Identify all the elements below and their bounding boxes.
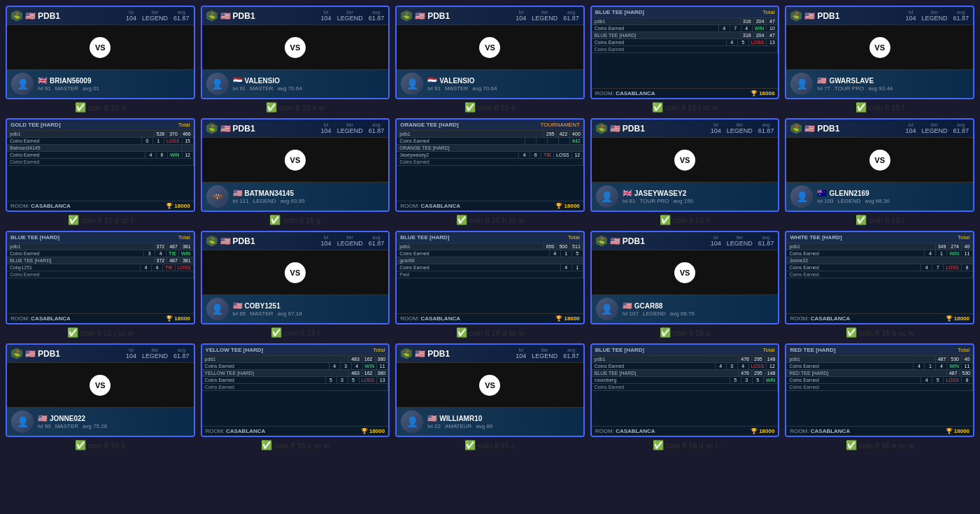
room-name-20: CASABLANCA [811, 428, 850, 434]
match-card-9[interactable]: ⛳ 🇺🇸 PDB1 lvl104 tierLEGEND avg61.87 VS [590, 118, 780, 212]
prize-val-4: 🏆 18000 [751, 90, 774, 97]
opponent-tier-1: MASTER [55, 85, 78, 92]
card-container-19: BLUE TEE [HARD] Total pdb1 476 295 148 C… [590, 343, 780, 450]
card-container-11: BLUE TEE [HARD] Total pdb1 372 487 381 C… [6, 231, 195, 338]
card-container-5: ⛳ 🇺🇸 PDB1 lvl104 tierLEGEND avg61.87 VS [785, 6, 974, 113]
sc-course-17: YELLOW TEE [HARD] [206, 347, 264, 353]
opponent-avatar-3: 👤 [401, 73, 423, 95]
scorecard-19[interactable]: BLUE TEE [HARD] Total pdb1 476 295 148 C… [590, 343, 780, 437]
opponent-avatar-14: 👤 [596, 298, 618, 320]
coin-text-6: coin 8 15 g sc l [81, 216, 132, 224]
sc-total-13: Total [568, 234, 580, 241]
scorecard-4[interactable]: BLUE TEE [HARD] Total pdb1 316 204 47 Co… [590, 6, 780, 99]
opponent-tier-12: MASTER [250, 310, 273, 317]
sc-total-11: Total [178, 234, 190, 241]
sc-player-row-4a: pdb1 [592, 18, 741, 24]
player-name-top-14: PDB1 [623, 236, 645, 246]
match-card-10[interactable]: ⛳ 🇺🇸 PDB1 lvl104 tierLEGEND avg61.87 VS [785, 118, 974, 212]
sc-course-4: BLUE TEE [HARD] [595, 9, 644, 15]
match-card-3[interactable]: ⛳ 🇺🇸 PDB1 lvl104 tierLEGEND avg61.87 VS [395, 6, 585, 99]
sc-course-13: BLUE TEE [HARD] [400, 234, 449, 241]
room-label-6: ROOM: [10, 203, 31, 209]
check-icon-20: ✅ [846, 440, 857, 450]
prize-val-15: 🏆 18000 [946, 315, 970, 322]
sc-total-4: Total [762, 9, 774, 15]
sc-total-15: Total [958, 234, 970, 241]
coin-text-18: coin 8 16 c [478, 441, 515, 450]
card-container-7: ⛳ 🇺🇸 PDB1 lvl104 tierLEGEND avg61.87 VS [201, 118, 390, 225]
opponent-name-3: VALENSIO [439, 77, 474, 85]
coin-label-9: ✅ coin 8 15 h [660, 215, 711, 225]
coin-text-1: coin 8 15 d [88, 103, 126, 112]
card-container-15: WHITE TEE [HARD] Total pdb1 349 274 40 C… [785, 231, 974, 338]
match-card-12[interactable]: ⛳ 🇺🇸 PDB1 lvl104 tierLEGEND avg61.87 VS [201, 231, 390, 324]
sc-total-8: TOURNAMENT [541, 122, 580, 128]
shield-icon-2: ⛳ [206, 10, 218, 22]
coin-label-7: ✅ coin 8 15 g [269, 215, 320, 225]
opponent-avatar-10: 👤 [790, 185, 813, 208]
scorecard-11[interactable]: BLUE TEE [HARD] Total pdb1 372 487 381 C… [6, 231, 195, 324]
prize-val-19: 🏆 18000 [751, 428, 774, 434]
match-card-7[interactable]: ⛳ 🇺🇸 PDB1 lvl104 tierLEGEND avg61.87 VS [201, 118, 390, 212]
card-container-9: ⛳ 🇺🇸 PDB1 lvl104 tierLEGEND avg61.87 VS [590, 118, 780, 225]
coin-label-5: ✅ coin 8 15 f [855, 102, 904, 113]
opponent-avg-2: avg 70.64 [278, 85, 302, 92]
check-icon-17: ✅ [261, 440, 272, 450]
room-name-4: CASABLANCA [616, 90, 655, 97]
opponent-tier-3: MASTER [445, 85, 468, 92]
match-card-1[interactable]: ⛳ 🇺🇸 PDB1 lvl104 tierLEGEND avg61.87 VS [6, 6, 195, 99]
check-icon-18: ✅ [464, 440, 476, 450]
opponent-avg-10: avg 68.36 [865, 198, 889, 204]
opponent-tier-2: MASTER [250, 85, 273, 92]
vs-circle-12: VS [285, 262, 306, 283]
check-icon-3: ✅ [464, 102, 476, 113]
room-name-15: CASABLANCA [811, 315, 850, 322]
opponent-avg-9: avg 150 [674, 198, 693, 204]
opponent-tier-18: AMATEUR [445, 423, 472, 429]
card-container-17: YELLOW TEE [HARD] Total pdb1 483 162 360… [201, 343, 390, 450]
room-label-19: ROOM: [595, 428, 616, 434]
opponent-lvl-3: lvl 91 [427, 85, 441, 92]
player-name-top-5: PDB1 [817, 11, 839, 21]
match-card-14[interactable]: ⛳ 🇺🇸 PDB1 lvl104 tierLEGEND avg61.87 VS [590, 231, 780, 324]
scorecard-13[interactable]: BLUE TEE [HARD] Total pdb1 650 500 511 C… [395, 231, 585, 324]
check-icon-15: ✅ [846, 327, 857, 338]
scorecard-6[interactable]: GOLD TEE [HARD] Total pdb1 528 370 466 C… [6, 118, 195, 212]
opponent-avg-16: avg 75.28 [83, 423, 107, 429]
match-card-5[interactable]: ⛳ 🇺🇸 PDB1 lvl104 tierLEGEND avg61.87 VS [785, 6, 974, 99]
scorecard-15[interactable]: WHITE TEE [HARD] Total pdb1 349 274 40 C… [785, 231, 974, 324]
card-grid: ⛳ 🇺🇸 PDB1 lvl104 tierLEGEND avg61.87 VS [0, 0, 980, 456]
match-card-16[interactable]: ⛳ 🇺🇸 PDB1 lvl104 tierLEGEND avg61.87 VS [6, 343, 195, 437]
flag-top-12: 🇺🇸 [220, 236, 231, 246]
player-name-top-16: PDB1 [38, 349, 60, 359]
opponent-avg-3: avg 70.64 [472, 85, 497, 92]
card-container-1: ⛳ 🇺🇸 PDB1 lvl104 tierLEGEND avg61.87 VS [6, 6, 195, 113]
coin-text-7: coin 8 15 g [283, 216, 320, 224]
vs-circle-2: VS [285, 37, 306, 58]
scorecard-8[interactable]: ORANGE TEE [HARD] TOURNAMENT pdb1 295 42… [395, 118, 585, 212]
opponent-name-1: BRIAN56009 [50, 77, 91, 85]
shield-icon-7: ⛳ [206, 123, 218, 134]
match-card-2[interactable]: ⛳ 🇺🇸 PDB1 lvl104 tierLEGEND avg61.87 VS [201, 6, 390, 99]
coin-label-17: ✅ coin 8 16 c sc w [261, 440, 329, 450]
coin-text-13: coin 8 16 a sc w [469, 329, 525, 337]
opponent-avatar-2: 👤 [206, 73, 229, 95]
vs-circle-9: VS [674, 150, 695, 171]
coin-text-14: coin 8 16 a [673, 329, 711, 337]
scorecard-17[interactable]: YELLOW TEE [HARD] Total pdb1 483 162 360… [201, 343, 390, 437]
coin-label-15: ✅ coin 8 16 b sc w [846, 327, 914, 338]
player-name-top-12: PDB1 [233, 236, 255, 246]
room-label-15: ROOM: [790, 315, 810, 322]
flag-bottom-1: 🇬🇧 [38, 76, 48, 85]
opponent-name-18: WILLIAMR10 [439, 415, 482, 422]
card-container-2: ⛳ 🇺🇸 PDB1 lvl104 tierLEGEND avg61.87 VS [201, 6, 390, 113]
opponent-avatar-1: 👤 [11, 73, 34, 95]
coin-text-2: coin 8 15 e w [279, 103, 325, 112]
card-container-8: ORANGE TEE [HARD] TOURNAMENT pdb1 295 42… [395, 118, 585, 225]
card-container-16: ⛳ 🇺🇸 PDB1 lvl104 tierLEGEND avg61.87 VS [6, 343, 195, 450]
scorecard-20[interactable]: RED TEE [HARD] Total pdb1 487 530 40 Coi… [785, 343, 974, 437]
flag-bottom-14: 🇺🇸 [623, 301, 632, 310]
flag-top-16: 🇺🇸 [25, 349, 36, 359]
match-card-18[interactable]: ⛳ 🇺🇸 PDB1 lvl104 tierLEGEND avg61.87 VS [395, 343, 585, 437]
flag-bottom-5: 🇺🇸 [817, 76, 827, 85]
